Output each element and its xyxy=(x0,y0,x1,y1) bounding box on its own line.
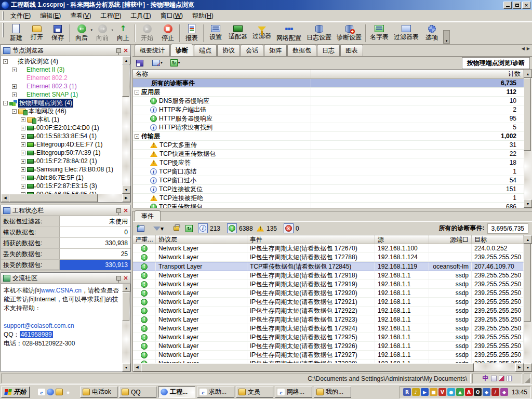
tree-item[interactable]: + Ethernet 802.3 (1) xyxy=(1,82,122,90)
export-button[interactable] xyxy=(134,58,146,69)
scroll-right-icon[interactable]: ▶ xyxy=(122,194,130,202)
csna-link[interactable]: www.CSNA.cn xyxy=(41,287,82,294)
tree-item[interactable]: + Ethernet SNAP (1) xyxy=(1,90,122,99)
diagnosis-row[interactable]: 所有的诊断事件 6,735 xyxy=(133,79,524,88)
tree-expander[interactable]: + xyxy=(21,159,25,164)
tree-item[interactable]: + 00:15:F2:78:8A:02 (1) xyxy=(1,157,122,165)
tree-expander[interactable]: + xyxy=(21,126,25,130)
event-row[interactable]: ! Network Layer IP包生存周期太短(请看数据包 172670) … xyxy=(133,244,524,253)
language-bar[interactable]: 中 xyxy=(472,374,522,383)
event-row[interactable]: ! Network Layer IP包生存周期太短(请看数据包 172921) … xyxy=(133,298,524,307)
diagnosis-scrollbar[interactable]: ▲ ▼ xyxy=(524,70,532,208)
tree-item[interactable]: + Abit:86:7E:5F (1) xyxy=(1,174,122,182)
event-row[interactable]: ! Network Layer IP包生存周期太短(请看数据包 172927) … xyxy=(133,351,524,360)
realtek-icon[interactable]: R xyxy=(403,388,411,396)
tree-item[interactable]: + 00:05:A6:85:56:85 (1) xyxy=(1,190,122,194)
scroll-left-icon[interactable]: ◀ xyxy=(1,194,9,202)
scroll-up-icon[interactable]: ▲ xyxy=(122,284,130,292)
files-icon[interactable]: ■ xyxy=(430,388,437,396)
event-row[interactable]: ! Network Layer IP包生存周期太短(请看数据包 172923) … xyxy=(133,315,524,324)
globe-icon[interactable]: ● xyxy=(447,388,455,396)
scroll-thumb[interactable] xyxy=(141,363,474,371)
qq-icon[interactable]: Q xyxy=(474,388,482,396)
restore-button[interactable] xyxy=(513,2,521,9)
diagnosis-row[interactable]: i HTTP请求没有找到 5 xyxy=(133,123,524,132)
diagnosis-row[interactable]: ! TCP重传数据包 686 xyxy=(133,203,524,208)
event-row[interactable]: ! Network Layer IP包生存周期太短(请看数据包 172922) … xyxy=(133,307,524,315)
column-header-layer[interactable]: 协议层 xyxy=(156,235,247,244)
refresh-button[interactable]: ↻▾ xyxy=(169,58,181,69)
task-button[interactable]: 我的... xyxy=(314,387,351,398)
toolbar-button[interactable]: ← 向后 ▾ xyxy=(71,23,92,44)
ati-icon[interactable]: A xyxy=(465,388,473,396)
menu-item[interactable]: 帮助(H) xyxy=(188,10,218,21)
tree-expander[interactable]: + xyxy=(21,167,25,172)
diagnosis-row[interactable]: - 应用层 112 xyxy=(133,88,524,97)
diagnosis-row[interactable]: ! DNS服务器慢响应 10 xyxy=(133,97,524,105)
tree-expander[interactable]: + xyxy=(21,142,25,147)
scroll-right-icon[interactable]: ▶ xyxy=(515,363,524,371)
community-scrollbar[interactable]: ▲ ▼ xyxy=(122,284,130,371)
events-horizontal-scrollbar[interactable]: ◀ ▶ xyxy=(133,363,524,371)
tab-scroll-right-icon[interactable]: ▶ xyxy=(527,46,530,51)
events-scrollbar[interactable]: ▲ ▼ xyxy=(524,235,532,371)
quick-launch-icon[interactable]: e xyxy=(38,389,45,395)
menu-item[interactable]: 工程(P) xyxy=(96,10,126,21)
diagnosis-row[interactable]: i TCP窗口冻结 1 xyxy=(133,167,524,176)
diagnosis-row[interactable]: i TCP连接被复位 151 xyxy=(133,185,524,194)
event-row[interactable]: ! Network Layer IP包生存周期太短(请看数据包 172788) … xyxy=(133,253,524,262)
tree-expander[interactable]: - xyxy=(3,101,8,105)
column-header-source-port[interactable]: 源端口 xyxy=(429,235,472,244)
events-tab[interactable]: 事件 xyxy=(135,210,161,221)
task-button[interactable]: 文员 xyxy=(236,387,273,398)
severity-counter[interactable]: i 213 xyxy=(198,223,225,233)
scroll-left-icon[interactable]: ◀ xyxy=(133,363,141,371)
diagnosis-row[interactable]: ! TCP慢应答 18 xyxy=(133,158,524,167)
diagnosis-row[interactable]: i TCP窗口过小 54 xyxy=(133,176,524,185)
tree-expander[interactable]: - xyxy=(135,134,139,139)
toolbar-button[interactable]: ■ 停止 xyxy=(157,23,178,44)
menu-item[interactable]: 查看(V) xyxy=(65,10,96,21)
tree-horizontal-scrollbar[interactable]: ◀ ▶ xyxy=(1,194,130,202)
view-tab[interactable]: 数据包 xyxy=(287,44,316,56)
tree-item[interactable]: + Elitegroup:50:7A:39 (1) xyxy=(1,149,122,157)
event-row[interactable]: ! Transport Layer TCP重传数据包(请看数据包 172845)… xyxy=(133,262,524,271)
event-row[interactable]: ! Network Layer IP包生存周期太短(请看数据包 172926) … xyxy=(133,342,524,351)
column-header-event[interactable]: 事件 xyxy=(247,235,375,244)
tree-expander[interactable]: - xyxy=(3,59,8,64)
scroll-down-icon[interactable]: ▼ xyxy=(524,200,532,208)
event-row[interactable]: ! Network Layer IP包生存周期太短(请看数据包 172925) … xyxy=(133,333,524,342)
panel-close-icon[interactable]: × xyxy=(123,208,128,213)
scroll-down-icon[interactable]: ▼ xyxy=(524,363,532,371)
diagnosis-row[interactable]: i HTTP客户端出错 2 xyxy=(133,105,524,114)
tree-item[interactable]: - 按物理端点浏览 (4) xyxy=(1,99,122,107)
tree-item[interactable]: + Ethernet II (3) xyxy=(1,65,122,74)
tree-expander[interactable]: + xyxy=(12,68,17,72)
task-button[interactable]: 电话ok xyxy=(80,387,117,398)
toolbar-button[interactable]: ↑ 向上 xyxy=(113,23,134,44)
tree-item[interactable]: + 00:15:F2:87:E3:15 (3) xyxy=(1,182,122,190)
pen-icon[interactable]: / xyxy=(491,388,499,396)
event-filter-button[interactable]: ▾ xyxy=(153,223,164,234)
diagnosis-row[interactable]: ! TCP连接被拒绝 1 xyxy=(133,194,524,203)
scroll-up-icon[interactable]: ▲ xyxy=(524,235,532,244)
view-tab[interactable]: 诊断 xyxy=(170,44,193,56)
scroll-thumb[interactable] xyxy=(122,292,129,321)
tree-item[interactable]: Ethernet 802.2 xyxy=(1,74,122,82)
event-row[interactable]: ! Network Layer IP包生存周期太短(请看数据包 172928) … xyxy=(133,360,524,363)
event-refresh-button[interactable]: ↻ xyxy=(183,223,195,234)
toolbar-button[interactable]: 选项 xyxy=(421,23,442,44)
toolbar-button[interactable]: ▶ 开始 xyxy=(137,23,157,44)
tree-expander[interactable]: + xyxy=(12,92,17,97)
scroll-thumb[interactable] xyxy=(524,244,531,322)
pin-icon[interactable] xyxy=(116,208,121,213)
scroll-up-icon[interactable]: ▲ xyxy=(524,70,532,78)
column-header-source[interactable]: 源 xyxy=(375,235,429,244)
media-player-icon[interactable]: ▶ xyxy=(421,388,429,396)
scroll-thumb[interactable] xyxy=(9,194,98,202)
toolbar-button[interactable]: 诊断设置 xyxy=(334,23,364,44)
view-tab[interactable]: 日志 xyxy=(317,44,340,56)
minimize-button[interactable] xyxy=(503,2,512,9)
diagnosis-row[interactable]: ! TCP快速重传数据包 22 xyxy=(133,150,524,158)
toolbar-button[interactable]: 打开 xyxy=(26,23,47,44)
